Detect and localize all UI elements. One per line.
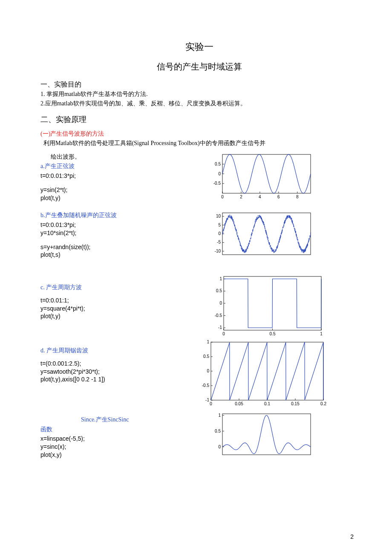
- svg-text:0: 0: [219, 301, 222, 305]
- svg-text:1: 1: [207, 340, 209, 344]
- chart-e: 00.51: [208, 411, 314, 459]
- svg-text:0.5: 0.5: [203, 354, 209, 359]
- svg-text:0: 0: [218, 171, 221, 176]
- code-b-line2: y=10*sin(2*t);: [40, 229, 202, 237]
- page-subtitle: 信号的产生与时域运算: [40, 61, 358, 73]
- svg-text:0: 0: [210, 401, 212, 406]
- subsection1-heading: (一)产生信号波形的方法: [40, 130, 358, 138]
- svg-text:0: 0: [218, 231, 221, 236]
- svg-text:-0.5: -0.5: [202, 383, 210, 388]
- svg-text:0.5: 0.5: [215, 429, 221, 433]
- svg-text:0: 0: [221, 195, 224, 199]
- code-e-line1: x=linspace(-5,5);: [40, 435, 202, 443]
- svg-text:0: 0: [222, 331, 225, 336]
- page-title: 实验一: [40, 41, 358, 53]
- svg-text:-10: -10: [215, 249, 221, 253]
- section1-heading: 一、实验目的: [40, 80, 358, 89]
- svg-text:1: 1: [320, 331, 323, 336]
- example-e-word: 函数: [40, 425, 202, 434]
- svg-text:-1: -1: [218, 325, 222, 330]
- svg-text:-0.5: -0.5: [215, 313, 222, 318]
- svg-text:-5: -5: [217, 240, 221, 245]
- svg-text:1: 1: [218, 413, 221, 418]
- code-b-line1: t=0:0.01:3*pi;: [40, 221, 202, 229]
- page-number: 2: [350, 533, 354, 540]
- svg-text:5: 5: [218, 223, 221, 227]
- svg-text:0: 0: [207, 369, 209, 373]
- chart-b: -10-50510: [208, 210, 314, 259]
- code-a-line3: plot(t,y): [40, 194, 202, 202]
- svg-text:10: 10: [216, 214, 221, 219]
- chart-a: -0.500.502468: [208, 152, 314, 202]
- example-c-heading: c. 产生周期方波: [40, 283, 202, 292]
- svg-text:0.05: 0.05: [235, 401, 243, 406]
- svg-text:0.5: 0.5: [216, 289, 222, 293]
- svg-text:1: 1: [219, 276, 222, 281]
- code-c-line2: y=square(4*pi*t);: [40, 305, 202, 313]
- code-e-line3: plot(x,y): [40, 451, 202, 459]
- svg-text:-1: -1: [205, 398, 209, 402]
- example-b-heading: b.产生叠加随机噪声的正弦波: [40, 211, 202, 220]
- chart-c: -1-0.500.5100.51: [208, 274, 325, 338]
- svg-text:2: 2: [240, 195, 242, 199]
- code-c-line3: plot(t,y): [40, 312, 202, 320]
- svg-text:0.15: 0.15: [291, 401, 300, 406]
- svg-text:4: 4: [259, 195, 261, 199]
- code-b-line3: s=y+randn(size(t));: [40, 243, 202, 251]
- example-d-heading: d. 产生周期锯齿波: [40, 346, 202, 355]
- svg-text:-0.5: -0.5: [213, 181, 221, 186]
- svg-text:8: 8: [296, 195, 299, 199]
- code-c-line1: t=0:0.01:1;: [40, 296, 202, 305]
- subsection1-tail: 绘出波形。: [51, 153, 202, 161]
- code-a-line1: t=0:0.01:3*pi;: [40, 172, 202, 180]
- svg-text:0.2: 0.2: [320, 401, 326, 406]
- code-d-line1: t=(0:0.001:2.5);: [40, 360, 202, 368]
- example-e-heading: Since.产生SincSinc: [81, 416, 202, 424]
- code-d-line2: y=sawtooth(2*pi*30*t);: [40, 368, 202, 376]
- code-e-line2: y=sinc(x);: [40, 443, 202, 451]
- code-a-line2: y=sin(2*t);: [40, 186, 202, 194]
- chart-d: -1-0.500.5100.050.10.150.2: [190, 340, 327, 408]
- goal-2: 2.应用matlab软件实现信号的加、减、乘、反褶、移位、尺度变换及卷积运算。: [40, 99, 358, 108]
- goal-1: 1. 掌握用matlab软件产生基本信号的方法.: [40, 90, 358, 99]
- svg-text:0.1: 0.1: [264, 401, 270, 406]
- code-b-line4: plot(t,s): [40, 251, 202, 259]
- section2-heading: 二、实验原理: [40, 114, 358, 125]
- svg-text:0.5: 0.5: [270, 331, 276, 336]
- svg-text:0.5: 0.5: [215, 162, 221, 166]
- code-d-line3: plot(t,y),axis([0 0.2 -1 1]): [40, 375, 202, 384]
- example-a-heading: a.产生正弦波: [40, 162, 202, 171]
- svg-rect-66: [222, 414, 311, 455]
- subsection1-body: 利用Matlab软件的信号处理工具箱(Signal Processing Too…: [40, 139, 358, 148]
- svg-text:0: 0: [218, 445, 221, 449]
- svg-text:6: 6: [277, 195, 280, 199]
